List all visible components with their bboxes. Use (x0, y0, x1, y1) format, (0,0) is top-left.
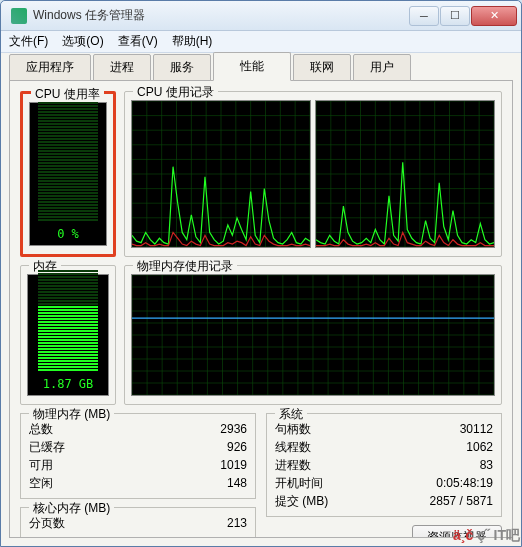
memory-usage-gauge: 1.87 GB (27, 274, 109, 396)
cpu-history-chart-0 (131, 100, 311, 248)
sys-processes-value: 83 (480, 456, 493, 474)
tab-performance[interactable]: 性能 (213, 52, 291, 81)
sys-threads-label: 线程数 (275, 438, 311, 456)
titlebar[interactable]: Windows 任务管理器 ─ ☐ ✕ (1, 1, 521, 31)
phys-free-label: 空闲 (29, 474, 53, 492)
client-area: 应用程序 进程 服务 性能 联网 用户 CPU 使用率 0 % CPU 使用记录 (1, 53, 521, 546)
tab-services[interactable]: 服务 (153, 54, 211, 81)
menu-view[interactable]: 查看(V) (118, 33, 158, 50)
tab-applications[interactable]: 应用程序 (9, 54, 91, 81)
memory-history-chart (131, 274, 495, 396)
cpu-usage-value: 0 % (57, 225, 79, 241)
phys-free-value: 148 (227, 474, 247, 492)
close-button[interactable]: ✕ (471, 6, 517, 26)
kernel-paged-value: 213 (227, 514, 247, 532)
cpu-usage-group: CPU 使用率 0 % (20, 91, 116, 257)
performance-panel: CPU 使用率 0 % CPU 使用记录 内存 (9, 80, 513, 538)
cpu-history-group: CPU 使用记录 (124, 91, 502, 257)
tab-users[interactable]: 用户 (353, 54, 411, 81)
phys-total-value: 2936 (220, 420, 247, 438)
memory-history-group: 物理内存使用记录 (124, 265, 502, 405)
sys-processes-label: 进程数 (275, 456, 311, 474)
watermark: ä¸č ç˝ IT吧 (453, 527, 520, 545)
system-title: 系统 (275, 406, 307, 423)
menu-options[interactable]: 选项(O) (62, 33, 103, 50)
phys-avail-label: 可用 (29, 456, 53, 474)
phys-avail-value: 1019 (220, 456, 247, 474)
sys-commit-label: 提交 (MB) (275, 492, 328, 510)
physical-memory-group: 物理内存 (MB) 总数2936 已缓存926 可用1019 空闲148 (20, 413, 256, 499)
sys-handles-value: 30112 (460, 420, 493, 438)
tab-networking[interactable]: 联网 (293, 54, 351, 81)
memory-usage-group: 内存 1.87 GB (20, 265, 116, 405)
menu-help[interactable]: 帮助(H) (172, 33, 213, 50)
menubar: 文件(F) 选项(O) 查看(V) 帮助(H) (1, 31, 521, 53)
minimize-button[interactable]: ─ (409, 6, 439, 26)
sys-uptime-value: 0:05:48:19 (436, 474, 493, 492)
cpu-history-chart-1 (315, 100, 495, 248)
kernel-memory-title: 核心内存 (MB) (29, 500, 114, 517)
app-icon (11, 8, 27, 24)
sys-uptime-label: 开机时间 (275, 474, 323, 492)
sys-commit-value: 2857 / 5871 (430, 492, 493, 510)
phys-cached-value: 926 (227, 438, 247, 456)
memory-history-title: 物理内存使用记录 (133, 258, 237, 275)
menu-file[interactable]: 文件(F) (9, 33, 48, 50)
maximize-button[interactable]: ☐ (440, 6, 470, 26)
tab-bar: 应用程序 进程 服务 性能 联网 用户 (9, 57, 513, 81)
cpu-history-title: CPU 使用记录 (133, 84, 218, 101)
tab-processes[interactable]: 进程 (93, 54, 151, 81)
system-group: 系统 句柄数30112 线程数1062 进程数83 开机时间0:05:48:19… (266, 413, 502, 517)
cpu-usage-gauge: 0 % (29, 102, 107, 246)
task-manager-window: Windows 任务管理器 ─ ☐ ✕ 文件(F) 选项(O) 查看(V) 帮助… (0, 0, 522, 547)
kernel-memory-group: 核心内存 (MB) 分页数213 (20, 507, 256, 538)
memory-usage-value: 1.87 GB (43, 375, 94, 391)
phys-cached-label: 已缓存 (29, 438, 65, 456)
window-title: Windows 任务管理器 (33, 7, 409, 24)
physical-memory-title: 物理内存 (MB) (29, 406, 114, 423)
sys-threads-value: 1062 (466, 438, 493, 456)
